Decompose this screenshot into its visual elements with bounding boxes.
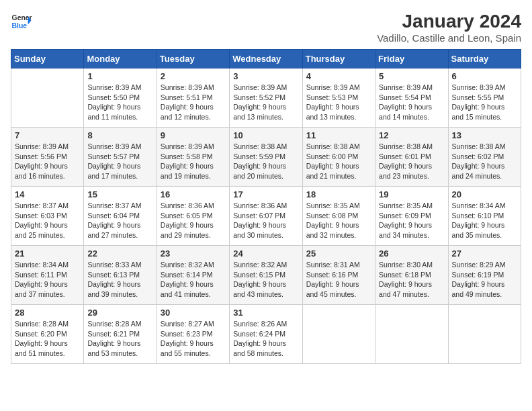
calendar-cell: 25Sunrise: 8:31 AMSunset: 6:16 PMDayligh… [302, 246, 375, 305]
column-header-thursday: Thursday [302, 50, 375, 68]
calendar-cell: 27Sunrise: 8:29 AMSunset: 6:19 PMDayligh… [448, 246, 521, 305]
calendar-week-row: 1Sunrise: 8:39 AMSunset: 5:50 PMDaylight… [11, 68, 521, 128]
logo-icon: General Blue [11, 11, 32, 32]
day-number: 29 [87, 308, 152, 318]
day-number: 9 [161, 130, 226, 140]
day-detail: Sunrise: 8:38 AMSunset: 6:02 PMDaylight:… [452, 142, 517, 181]
day-detail: Sunrise: 8:33 AMSunset: 6:13 PMDaylight:… [87, 260, 152, 300]
day-number: 17 [233, 189, 298, 199]
calendar-cell: 18Sunrise: 8:35 AMSunset: 6:08 PMDayligh… [302, 187, 375, 246]
calendar-cell [375, 305, 448, 364]
day-number: 4 [306, 71, 371, 81]
calendar-cell [448, 305, 521, 364]
calendar-cell: 5Sunrise: 8:39 AMSunset: 5:54 PMDaylight… [375, 68, 448, 128]
day-number: 8 [87, 130, 152, 140]
day-number: 16 [161, 189, 226, 199]
day-detail: Sunrise: 8:28 AMSunset: 6:21 PMDaylight:… [87, 319, 152, 359]
column-header-tuesday: Tuesday [157, 50, 229, 68]
calendar-week-row: 14Sunrise: 8:37 AMSunset: 6:03 PMDayligh… [11, 187, 521, 246]
day-number: 22 [87, 248, 152, 259]
column-header-sunday: Sunday [11, 50, 84, 68]
day-detail: Sunrise: 8:30 AMSunset: 6:18 PMDaylight:… [379, 260, 444, 300]
day-detail: Sunrise: 8:36 AMSunset: 6:05 PMDaylight:… [161, 201, 226, 240]
day-number: 21 [15, 248, 80, 259]
calendar-cell: 30Sunrise: 8:27 AMSunset: 6:23 PMDayligh… [157, 305, 229, 364]
calendar-cell: 13Sunrise: 8:38 AMSunset: 6:02 PMDayligh… [448, 128, 521, 187]
day-number: 26 [379, 248, 444, 259]
calendar-cell [11, 68, 84, 128]
day-detail: Sunrise: 8:39 AMSunset: 5:53 PMDaylight:… [306, 83, 371, 122]
calendar-cell: 19Sunrise: 8:35 AMSunset: 6:09 PMDayligh… [375, 187, 448, 246]
day-detail: Sunrise: 8:39 AMSunset: 5:50 PMDaylight:… [87, 83, 152, 122]
day-number: 15 [87, 189, 152, 199]
day-number: 6 [452, 71, 517, 81]
day-number: 30 [161, 308, 226, 318]
day-number: 2 [161, 71, 226, 81]
day-detail: Sunrise: 8:28 AMSunset: 6:20 PMDaylight:… [15, 319, 80, 359]
calendar-table: SundayMondayTuesdayWednesdayThursdayFrid… [11, 49, 521, 364]
day-detail: Sunrise: 8:37 AMSunset: 6:03 PMDaylight:… [15, 201, 80, 240]
month-year: January 2024 [377, 11, 521, 32]
day-detail: Sunrise: 8:38 AMSunset: 5:59 PMDaylight:… [233, 142, 298, 181]
column-header-friday: Friday [375, 50, 448, 68]
calendar-week-row: 28Sunrise: 8:28 AMSunset: 6:20 PMDayligh… [11, 305, 521, 364]
day-detail: Sunrise: 8:26 AMSunset: 6:24 PMDaylight:… [233, 319, 298, 359]
calendar-header-row: SundayMondayTuesdayWednesdayThursdayFrid… [11, 50, 521, 68]
day-number: 20 [452, 189, 517, 199]
day-detail: Sunrise: 8:39 AMSunset: 5:55 PMDaylight:… [452, 83, 517, 122]
day-detail: Sunrise: 8:32 AMSunset: 6:14 PMDaylight:… [161, 260, 226, 300]
calendar-cell: 21Sunrise: 8:34 AMSunset: 6:11 PMDayligh… [11, 246, 84, 305]
calendar-cell: 17Sunrise: 8:36 AMSunset: 6:07 PMDayligh… [230, 187, 302, 246]
page-header: General Blue January 2024 Vadillo, Casti… [11, 11, 521, 44]
calendar-cell: 3Sunrise: 8:39 AMSunset: 5:52 PMDaylight… [230, 68, 302, 128]
calendar-cell: 11Sunrise: 8:38 AMSunset: 6:00 PMDayligh… [302, 128, 375, 187]
day-number: 1 [87, 71, 152, 81]
day-number: 7 [15, 130, 80, 140]
calendar-cell: 7Sunrise: 8:39 AMSunset: 5:56 PMDaylight… [11, 128, 84, 187]
day-detail: Sunrise: 8:39 AMSunset: 5:54 PMDaylight:… [379, 83, 444, 122]
calendar-cell: 16Sunrise: 8:36 AMSunset: 6:05 PMDayligh… [157, 187, 229, 246]
calendar-cell: 8Sunrise: 8:39 AMSunset: 5:57 PMDaylight… [84, 128, 157, 187]
calendar-cell: 20Sunrise: 8:34 AMSunset: 6:10 PMDayligh… [448, 187, 521, 246]
calendar-cell: 4Sunrise: 8:39 AMSunset: 5:53 PMDaylight… [302, 68, 375, 128]
day-number: 3 [233, 71, 298, 81]
day-detail: Sunrise: 8:35 AMSunset: 6:08 PMDaylight:… [306, 201, 371, 240]
day-detail: Sunrise: 8:32 AMSunset: 6:15 PMDaylight:… [233, 260, 298, 300]
calendar-cell: 12Sunrise: 8:38 AMSunset: 6:01 PMDayligh… [375, 128, 448, 187]
calendar-cell: 23Sunrise: 8:32 AMSunset: 6:14 PMDayligh… [157, 246, 229, 305]
calendar-cell: 2Sunrise: 8:39 AMSunset: 5:51 PMDaylight… [157, 68, 229, 128]
day-detail: Sunrise: 8:39 AMSunset: 5:51 PMDaylight:… [161, 83, 226, 122]
calendar-week-row: 7Sunrise: 8:39 AMSunset: 5:56 PMDaylight… [11, 128, 521, 187]
day-detail: Sunrise: 8:36 AMSunset: 6:07 PMDaylight:… [233, 201, 298, 240]
day-number: 24 [233, 248, 298, 259]
calendar-body: 1Sunrise: 8:39 AMSunset: 5:50 PMDaylight… [11, 68, 521, 364]
calendar-cell [302, 305, 375, 364]
day-number: 28 [15, 308, 80, 318]
svg-text:Blue: Blue [12, 22, 28, 30]
day-detail: Sunrise: 8:31 AMSunset: 6:16 PMDaylight:… [306, 260, 371, 300]
day-detail: Sunrise: 8:34 AMSunset: 6:11 PMDaylight:… [15, 260, 80, 300]
calendar-cell: 31Sunrise: 8:26 AMSunset: 6:24 PMDayligh… [230, 305, 302, 364]
day-detail: Sunrise: 8:29 AMSunset: 6:19 PMDaylight:… [452, 260, 517, 300]
day-number: 12 [379, 130, 444, 140]
day-detail: Sunrise: 8:39 AMSunset: 5:56 PMDaylight:… [15, 142, 80, 181]
day-detail: Sunrise: 8:35 AMSunset: 6:09 PMDaylight:… [379, 201, 444, 240]
day-number: 19 [379, 189, 444, 199]
calendar-cell: 28Sunrise: 8:28 AMSunset: 6:20 PMDayligh… [11, 305, 84, 364]
column-header-saturday: Saturday [448, 50, 521, 68]
calendar-cell: 22Sunrise: 8:33 AMSunset: 6:13 PMDayligh… [84, 246, 157, 305]
title-block: January 2024 Vadillo, Castille and Leon,… [377, 11, 521, 44]
day-detail: Sunrise: 8:39 AMSunset: 5:58 PMDaylight:… [161, 142, 226, 181]
day-number: 5 [379, 71, 444, 81]
column-header-monday: Monday [84, 50, 157, 68]
day-number: 23 [161, 248, 226, 259]
calendar-week-row: 21Sunrise: 8:34 AMSunset: 6:11 PMDayligh… [11, 246, 521, 305]
location: Vadillo, Castille and Leon, Spain [377, 32, 521, 44]
calendar-cell: 14Sunrise: 8:37 AMSunset: 6:03 PMDayligh… [11, 187, 84, 246]
day-number: 18 [306, 189, 371, 199]
calendar-cell: 26Sunrise: 8:30 AMSunset: 6:18 PMDayligh… [375, 246, 448, 305]
logo: General Blue [11, 11, 32, 32]
day-number: 14 [15, 189, 80, 199]
day-number: 11 [306, 130, 371, 140]
calendar-cell: 10Sunrise: 8:38 AMSunset: 5:59 PMDayligh… [230, 128, 302, 187]
